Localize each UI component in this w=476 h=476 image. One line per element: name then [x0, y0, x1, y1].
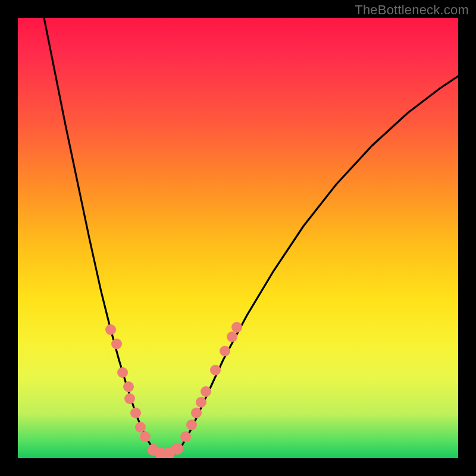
data-dot [210, 365, 221, 375]
data-dot [196, 397, 206, 408]
data-dot [124, 393, 135, 404]
watermark-text: TheBottleneck.com [355, 2, 469, 18]
data-dot [227, 331, 237, 342]
data-dot [105, 324, 116, 335]
curve-svg [18, 18, 458, 458]
data-dot [130, 408, 141, 418]
data-dot [135, 422, 146, 433]
data-dot [186, 419, 197, 430]
data-dot [123, 381, 134, 392]
data-dots [105, 322, 242, 458]
data-dot [191, 408, 202, 418]
data-dot [180, 431, 191, 442]
curve-right [165, 76, 458, 456]
outer-frame: TheBottleneck.com [0, 0, 476, 476]
data-dot [117, 367, 128, 378]
curve-left [44, 18, 165, 456]
data-dot [111, 339, 122, 349]
data-dot [140, 431, 151, 442]
data-dot [231, 322, 242, 333]
data-dot [171, 443, 183, 455]
data-dot [220, 346, 230, 356]
plot-area [18, 18, 458, 458]
data-dot [201, 386, 211, 397]
